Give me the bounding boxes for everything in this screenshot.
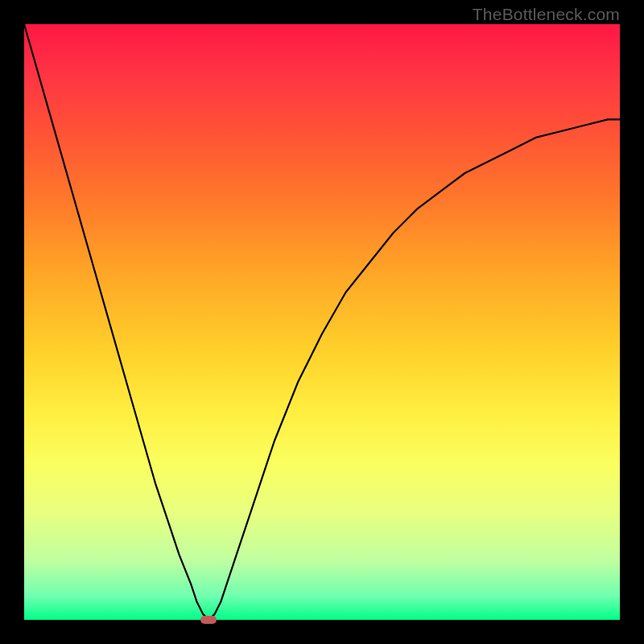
- plot-area: [24, 24, 620, 620]
- watermark-text: TheBottleneck.com: [473, 5, 620, 24]
- chart-container: TheBottleneck.com: [0, 0, 644, 644]
- bottleneck-curve: [24, 24, 620, 620]
- optimum-marker: [200, 616, 217, 624]
- curve-svg: [24, 24, 620, 620]
